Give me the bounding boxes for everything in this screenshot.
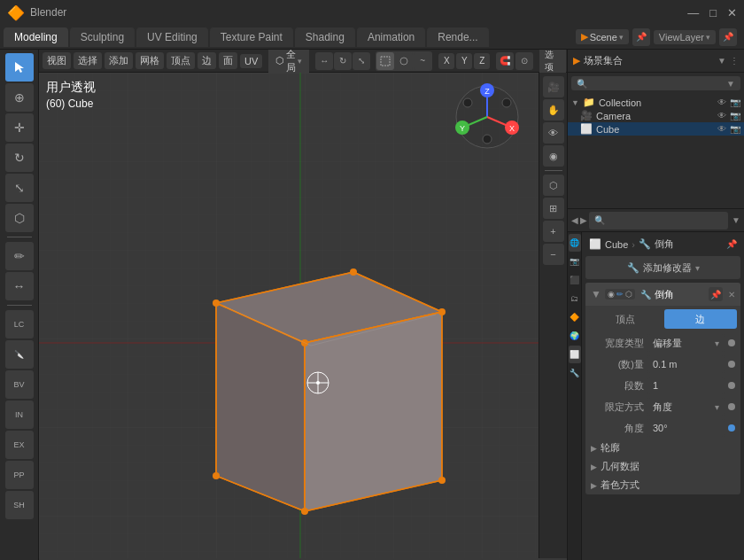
mod-editmode-icon[interactable]: ✏ (616, 290, 624, 299)
collection-render-icon[interactable]: 📷 (730, 97, 740, 107)
tab-animation[interactable]: Animation (357, 27, 425, 47)
outliner-search-input[interactable] (591, 78, 723, 89)
mesh-menu[interactable]: 网格 (136, 52, 164, 69)
bevel-tool[interactable]: BV (5, 370, 34, 399)
tab-sculpting[interactable]: Sculpting (70, 27, 135, 47)
scale-icon[interactable]: ⤡ (353, 52, 370, 70)
geometry-section[interactable]: ▶ 几何数据 (585, 457, 740, 476)
collection-eye-icon[interactable]: 👁 (717, 97, 726, 107)
mod-cage-icon[interactable]: ⬡ (625, 290, 632, 299)
props-tab-output[interactable]: ⬛ (569, 271, 581, 289)
add-menu[interactable]: 添加 (105, 52, 133, 69)
width-type-value[interactable]: 偏移量 (647, 334, 725, 352)
render-view-btn[interactable]: ◉ (543, 145, 564, 167)
select-lasso-icon[interactable]: ~ (414, 52, 431, 70)
snap-icon[interactable]: 🧲 (496, 52, 514, 70)
x-axis-btn[interactable]: X (438, 53, 454, 69)
cube-eye-icon[interactable]: 👁 (717, 124, 726, 134)
props-fwd-icon[interactable]: ▶ (580, 215, 587, 225)
cursor-tool[interactable]: ⊕ (5, 83, 34, 112)
inset-tool[interactable]: IN (5, 401, 34, 429)
translate-icon[interactable]: ↔ (315, 52, 333, 70)
props-tab-render[interactable]: 📷 (569, 253, 581, 270)
select-circle-icon[interactable] (395, 52, 413, 70)
local-view-btn[interactable]: ⬡ (543, 175, 564, 196)
extrude-tool[interactable]: EX (5, 431, 34, 459)
bc-pin-icon[interactable]: 📌 (726, 239, 737, 249)
close-button[interactable]: ✕ (727, 6, 737, 19)
tab-rendering[interactable]: Rende... (427, 27, 488, 47)
scale-tool[interactable]: ⤡ (5, 174, 34, 202)
props-tab-object[interactable]: ⬜ (569, 346, 581, 363)
angle-value[interactable]: 30° (647, 419, 725, 437)
overlay-btn[interactable]: 选项 (539, 50, 566, 75)
camera-render-icon[interactable]: 📷 (730, 111, 740, 121)
amount-dot[interactable] (728, 361, 735, 368)
titlebar-controls[interactable]: — □ ✕ (687, 6, 737, 19)
camera-view-btn[interactable]: 🎥 (543, 76, 564, 97)
minimize-button[interactable]: — (687, 6, 699, 19)
outliner-filter-icon[interactable]: ▼ (717, 56, 726, 66)
mod-realtime-icon[interactable]: ◉ (608, 290, 615, 299)
mod-pin-icon[interactable]: 📌 (709, 287, 723, 301)
select-tool[interactable] (5, 53, 34, 82)
vertex-menu[interactable]: 顶点 (167, 52, 195, 69)
zoom-in-btn[interactable]: + (543, 221, 564, 242)
maximize-button[interactable]: □ (709, 6, 717, 19)
tab-uv-editing[interactable]: UV Editing (136, 27, 208, 47)
measure-tool[interactable]: ↔ (5, 272, 34, 300)
shading-section[interactable]: ▶ 着色方式 (585, 476, 740, 494)
props-tab-scene[interactable]: 🌐 (569, 234, 581, 252)
outliner-filter-btn[interactable]: ▼ (726, 79, 735, 89)
width-type-dot[interactable] (728, 339, 735, 346)
outliner-search[interactable]: 🔍 ▼ (571, 76, 740, 90)
props-tab-modifiers[interactable]: 🔧 (569, 364, 581, 382)
scene-dropdown[interactable]: ▶ Scene ▾ (576, 29, 629, 44)
shear-tool[interactable]: SH (5, 491, 34, 519)
hand-tool-btn[interactable]: ✋ (543, 99, 564, 121)
segments-value[interactable]: 1 (647, 377, 725, 394)
props-back-icon[interactable]: ◀ (571, 215, 578, 225)
knife-tool[interactable]: 🔪 (5, 340, 34, 369)
y-axis-btn[interactable]: Y (456, 53, 472, 69)
push-pull-tool[interactable]: PP (5, 461, 34, 489)
uv-menu[interactable]: UV (240, 54, 262, 68)
modifier-toggle-icons[interactable]: ◉ ✏ ⬡ (605, 289, 635, 299)
3d-viewport[interactable]: 视图 选择 添加 网格 顶点 边 面 UV ⬡ 全局 ▾ ↔ ↻ ⤡ (39, 50, 567, 560)
scene-pin-icon[interactable]: 📌 (632, 28, 650, 46)
viewlayer-pin-icon[interactable]: 📌 (719, 28, 737, 46)
tab-modeling[interactable]: Modeling (4, 27, 68, 47)
face-menu[interactable]: 面 (219, 52, 237, 69)
modifier-expand-icon[interactable]: ▼ (591, 288, 601, 300)
select-box-icon[interactable] (376, 52, 394, 70)
move-tool[interactable]: ✛ (5, 113, 34, 142)
annotate-tool[interactable]: ✏ (5, 242, 34, 270)
props-tab-scene2[interactable]: 🔶 (569, 308, 581, 326)
zoom-out-btn[interactable]: − (543, 244, 564, 265)
tab-texture-paint[interactable]: Texture Paint (210, 27, 293, 47)
props-tab-viewlayer[interactable]: 🗂 (569, 290, 581, 307)
props-search-input[interactable] (608, 215, 723, 226)
view-menu[interactable]: 视图 (43, 52, 71, 69)
mod-delete-icon[interactable]: ✕ (728, 290, 735, 299)
amount-value[interactable]: 0.1 m (647, 355, 725, 373)
walk-mode-btn[interactable]: 👁 (543, 122, 564, 144)
angle-dot[interactable] (728, 424, 735, 432)
segments-dot[interactable] (728, 382, 735, 389)
rotate-tool[interactable]: ↻ (5, 144, 34, 172)
proportional-edit-icon[interactable]: ⊙ (515, 52, 533, 70)
camera-eye-icon[interactable]: 👁 (717, 111, 726, 121)
props-tab-world[interactable]: 🌍 (569, 327, 581, 345)
props-filter-icon[interactable]: ▼ (732, 215, 740, 225)
canvas-area[interactable]: 用户透视 (60) Cube Z X Y (39, 73, 567, 558)
navigation-gizmo[interactable]: Z X Y (452, 82, 523, 152)
props-search[interactable]: 🔍 (589, 212, 728, 229)
z-axis-btn[interactable]: Z (474, 53, 490, 69)
edge-menu[interactable]: 边 (198, 52, 216, 69)
transform-tool[interactable]: ⬡ (5, 204, 34, 232)
cube-item[interactable]: ⬜ Cube 👁 📷 (568, 122, 744, 136)
vertex-mode-btn[interactable]: 顶点 (589, 309, 663, 329)
viewlayer-dropdown[interactable]: ViewLayer ▾ (654, 30, 716, 44)
tab-shading[interactable]: Shading (295, 27, 355, 47)
add-modifier-button[interactable]: 🔧 添加修改器 ▾ (585, 256, 740, 279)
